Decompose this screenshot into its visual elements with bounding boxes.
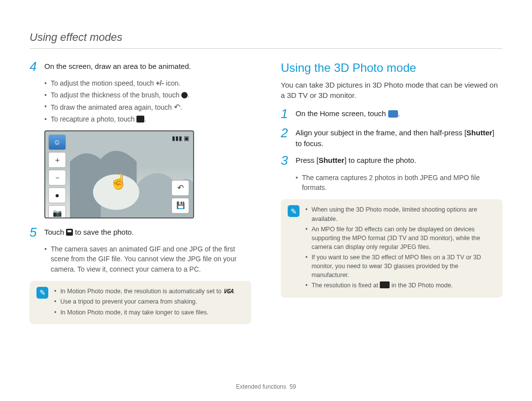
save-button: 💾 xyxy=(171,198,189,214)
step-text: Touch to save the photo. xyxy=(44,225,251,240)
left-column: 4 On the screen, draw an area to be anim… xyxy=(30,60,251,368)
vga-label: VGA xyxy=(223,287,233,296)
content-columns: 4 On the screen, draw an area to be anim… xyxy=(30,60,502,368)
step-text: Press [Shutter] to capture the photo. xyxy=(296,154,502,168)
step-3-bullets: The camera captures 2 photos in both JPE… xyxy=(296,173,502,193)
brush-dot-icon xyxy=(181,92,188,98)
step-number: 3 xyxy=(281,154,291,168)
undo-icon: ↶ xyxy=(174,103,180,111)
touch-pointer-icon: ☝ xyxy=(109,171,128,192)
step-4-bullets: To adjust the motion speed, touch +/- ic… xyxy=(44,78,251,124)
step-text: On the screen, draw an area to be animat… xyxy=(44,60,251,74)
plus-minus-icon: +/- xyxy=(156,79,164,87)
step-4: 4 On the screen, draw an area to be anim… xyxy=(30,60,251,74)
section-intro: You can take 3D pictures in 3D Photo mod… xyxy=(281,80,502,101)
step-1: 1 On the Home screen, touch . xyxy=(281,107,502,121)
page-footer: Extended functions 59 xyxy=(30,383,502,391)
step-number: 4 xyxy=(30,60,39,74)
3d-mode-icon xyxy=(388,110,398,118)
screen-illustration: ▮▮▮ ▣ ☺ ＋ － ● 📷 ☝ ↶ 💾 xyxy=(44,130,194,218)
camera-icon xyxy=(136,116,144,123)
note-box-left: ✎ In Motion Photo mode, the resolution i… xyxy=(30,281,251,324)
undo-button: ↶ xyxy=(171,180,189,196)
step-text: Align your subject in the frame, and the… xyxy=(296,126,502,149)
breadcrumb: Using effect modes xyxy=(30,30,502,49)
step-number: 2 xyxy=(281,126,291,149)
step-5-bullets: The camera saves an animated GIF and one… xyxy=(44,244,251,274)
step-number: 5 xyxy=(30,225,39,240)
minus-button: － xyxy=(48,170,66,185)
face-mode-icon: ☺ xyxy=(48,134,66,150)
info-icon: ✎ xyxy=(36,287,48,299)
plus-button: ＋ xyxy=(48,152,66,168)
step-3: 3 Press [Shutter] to capture the photo. xyxy=(281,154,502,168)
info-icon: ✎ xyxy=(288,205,299,217)
right-column: Using the 3D Photo mode You can take 3D … xyxy=(281,60,502,368)
save-icon xyxy=(66,229,73,236)
section-heading: Using the 3D Photo mode xyxy=(281,60,502,77)
note-box-right: ✎ When using the 3D Photo mode, limited … xyxy=(281,199,502,297)
page: Using effect modes 4 On the screen, draw… xyxy=(0,0,532,401)
brush-size-button: ● xyxy=(48,187,66,203)
step-text: On the Home screen, touch . xyxy=(296,107,502,121)
step-5: 5 Touch to save the photo. xyxy=(30,225,251,240)
step-number: 1 xyxy=(281,107,291,121)
resolution-2m-icon xyxy=(380,281,390,288)
step-2: 2 Align your subject in the frame, and t… xyxy=(281,126,502,149)
camera-button: 📷 xyxy=(48,205,66,218)
